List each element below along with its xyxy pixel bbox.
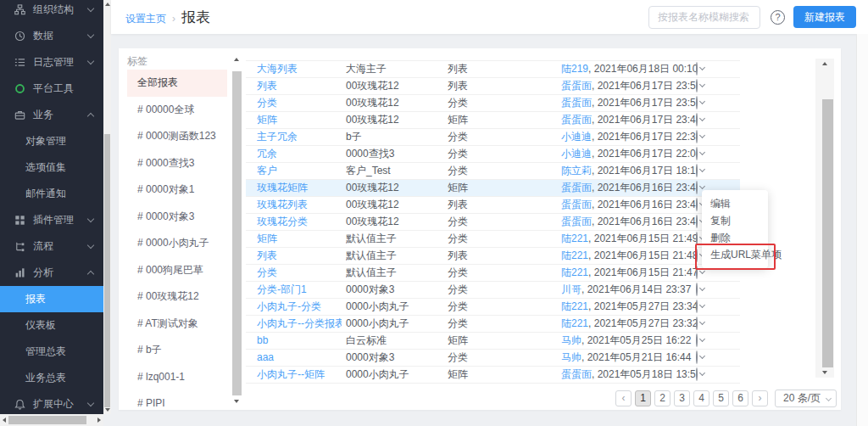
row-actions-button[interactable] — [696, 78, 716, 94]
sidebar-item[interactable]: 组织结构 — [0, 0, 103, 23]
report-name-link[interactable]: aaa — [257, 350, 342, 366]
modified-by-link[interactable]: 陈立莉 — [561, 165, 592, 177]
row-actions-button[interactable] — [696, 146, 716, 162]
table-row[interactable]: 小肉丸子-分类 0000小肉丸子 分类 陆221, 2021年05月27日 23… — [246, 299, 740, 316]
report-name-link[interactable]: 玫瑰花分类 — [257, 214, 342, 230]
circle-chevron-down-icon[interactable] — [696, 96, 698, 109]
modified-by-link[interactable]: 蛋蛋面 — [561, 199, 592, 210]
modified-by-link[interactable]: 陆219 — [561, 63, 588, 75]
modified-by-link[interactable]: 蛋蛋面 — [561, 216, 592, 227]
tag-filter-item[interactable]: # 0000测函数123 — [127, 123, 227, 150]
circle-chevron-down-icon[interactable] — [696, 164, 698, 177]
table-row[interactable]: 分类-部门1 0000对象3 分类 川哥, 2021年06月14日 23:37 — [246, 282, 740, 299]
modified-by-link[interactable]: 蛋蛋面 — [561, 114, 592, 126]
circle-chevron-down-icon[interactable] — [696, 283, 698, 296]
report-name-link[interactable]: 主子冗余 — [257, 129, 342, 145]
row-actions-button[interactable] — [696, 333, 716, 349]
table-row[interactable]: 客户 客户_Test 分类 陈立莉, 2021年06月17日 18:19 — [246, 163, 740, 180]
circle-chevron-down-icon[interactable] — [696, 79, 698, 92]
row-actions-button[interactable] — [696, 282, 716, 298]
tag-filter-item[interactable]: # b子 — [127, 337, 227, 364]
modified-by-link[interactable]: 蛋蛋面 — [561, 80, 592, 92]
circle-chevron-down-icon[interactable] — [696, 317, 698, 330]
table-row[interactable]: 矩阵 00玫瑰花12 矩阵 蛋蛋面, 2021年06月17日 23:48 — [246, 112, 740, 129]
table-row[interactable]: 玫瑰花分类 00玫瑰花12 分类 蛋蛋面, 2021年06月16日 23:46 — [246, 214, 740, 231]
tag-filter-item[interactable]: # 0000对象3 — [127, 204, 227, 231]
scroll-down-arrow-icon[interactable] — [234, 400, 239, 403]
sidebar-vertical-scrollbar[interactable] — [103, 0, 111, 414]
table-row[interactable]: 列表 默认值主子 列表 陆221, 2021年06月15日 21:48 — [246, 248, 740, 265]
page-number-button[interactable]: 2 — [654, 390, 670, 406]
sidebar-item[interactable]: 日志管理 — [0, 49, 103, 76]
sidebar-item[interactable]: 数据 — [0, 23, 103, 49]
sidebar-item[interactable]: 分析 — [0, 260, 103, 286]
circle-chevron-down-icon[interactable] — [696, 113, 698, 126]
table-row[interactable]: 玫瑰花矩阵 00玫瑰花12 矩阵 蛋蛋面, 2021年06月16日 23:48 — [246, 180, 740, 197]
tag-filter-item[interactable]: # 00000全球 — [127, 97, 227, 124]
scroll-left-arrow-icon[interactable] — [3, 418, 6, 423]
report-name-link[interactable]: 列表 — [257, 78, 342, 94]
table-row[interactable]: 矩阵 默认值主子 分类 陆221, 2021年06月15日 21:49 — [246, 231, 740, 248]
sidebar-item[interactable]: 插件管理 — [0, 207, 103, 233]
table-row[interactable]: bb 白云标准 矩阵 马帅, 2021年05月25日 16:22 — [246, 333, 740, 350]
circle-chevron-down-icon[interactable] — [696, 215, 698, 228]
modified-by-link[interactable]: 陆221 — [561, 249, 588, 261]
row-actions-button[interactable] — [696, 95, 716, 111]
sidebar-item[interactable]: 业务总表 — [0, 365, 103, 391]
page-size-select[interactable]: 20 条/页 — [775, 390, 837, 407]
sidebar-item[interactable]: 报表 — [0, 286, 103, 312]
tags-scrollbar[interactable] — [230, 53, 244, 406]
table-row[interactable]: 分类 00玫瑰花12 分类 蛋蛋面, 2021年06月17日 23:52 — [246, 95, 740, 112]
report-search-input[interactable] — [648, 6, 760, 29]
row-actions-button[interactable] — [696, 299, 716, 315]
report-name-link[interactable]: 玫瑰花矩阵 — [257, 180, 342, 196]
tag-filter-item[interactable]: # 00玫瑰花12 — [127, 283, 227, 311]
report-name-link[interactable]: 大海列表 — [257, 61, 342, 77]
context-menu-item[interactable]: 编辑 — [702, 195, 768, 212]
circle-chevron-down-icon[interactable] — [696, 130, 698, 143]
circle-chevron-down-icon[interactable] — [696, 62, 698, 76]
report-name-link[interactable]: 客户 — [257, 163, 342, 179]
scroll-up-arrow-icon[interactable] — [822, 62, 827, 65]
table-row[interactable]: 列表 00玫瑰花12 列表 蛋蛋面, 2021年06月17日 23:53 — [246, 78, 740, 95]
sidebar-horizontal-scrollbar[interactable] — [0, 414, 103, 426]
scrollbar-thumb[interactable] — [232, 71, 242, 395]
report-name-link[interactable]: 矩阵 — [257, 112, 342, 128]
modified-by-link[interactable]: 马帅 — [561, 351, 581, 363]
sidebar-item[interactable]: 选项值集 — [0, 154, 103, 181]
modified-by-link[interactable]: 小迪迪 — [561, 131, 592, 143]
page-scrollbar[interactable] — [856, 34, 868, 426]
modified-by-link[interactable]: 陆221 — [561, 266, 588, 278]
table-row[interactable]: 小肉丸子--矩阵 0000小肉丸子 矩阵 蛋蛋面, 2021年05月18日 13… — [246, 367, 740, 384]
sidebar-item[interactable]: 业务 — [0, 102, 103, 128]
report-name-link[interactable]: 小肉丸子--矩阵 — [257, 367, 342, 383]
circle-chevron-down-icon[interactable] — [696, 198, 698, 211]
modified-by-link[interactable]: 陆221 — [561, 317, 588, 329]
tag-filter-item[interactable]: 全部报表 — [127, 70, 227, 97]
report-name-link[interactable]: 小肉丸子-分类 — [257, 299, 342, 315]
table-scrollbar[interactable] — [815, 59, 834, 378]
modified-by-link[interactable]: 蛋蛋面 — [561, 368, 592, 380]
report-name-link[interactable]: 分类 — [257, 265, 342, 281]
row-actions-button[interactable] — [696, 61, 716, 77]
table-row[interactable]: 小肉丸子--分类报表 0000小肉丸子 分类 陆221, 2021年05月27日… — [246, 316, 740, 333]
sidebar-item[interactable]: 仪表板 — [0, 312, 103, 339]
tag-filter-item[interactable]: # 0000小肉丸子 — [127, 230, 227, 257]
circle-chevron-down-icon[interactable] — [696, 300, 698, 313]
table-row[interactable]: 主子冗余 b子 分类 小迪迪, 2021年06月17日 22:38 — [246, 129, 740, 146]
modified-by-link[interactable]: 陆221 — [561, 300, 588, 312]
report-name-link[interactable]: 小肉丸子--分类报表 — [257, 316, 342, 332]
sidebar-item[interactable]: 流程 — [0, 233, 103, 260]
report-name-link[interactable]: bb — [257, 333, 342, 349]
scrollbar-thumb[interactable] — [822, 99, 833, 367]
modified-by-link[interactable]: 小迪迪 — [561, 148, 592, 160]
tag-filter-item[interactable]: # 0000查找3 — [127, 150, 227, 177]
tag-filter-item[interactable]: # 0000对象1 — [127, 177, 227, 204]
circle-chevron-down-icon[interactable] — [696, 367, 698, 381]
modified-by-link[interactable]: 川哥 — [561, 283, 581, 295]
scroll-up-arrow-icon[interactable] — [105, 3, 110, 6]
sidebar-item[interactable]: 对象管理 — [0, 128, 103, 154]
tag-filter-item[interactable]: # AT测试对象 — [127, 311, 227, 338]
context-menu-item[interactable]: 复制 — [702, 212, 768, 229]
page-number-button[interactable]: 4 — [693, 390, 709, 406]
